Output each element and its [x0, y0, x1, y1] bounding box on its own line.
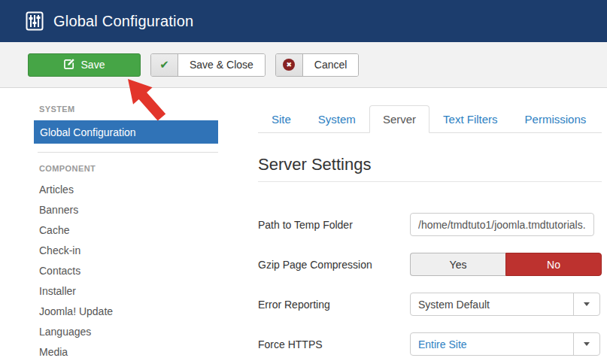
sidebar: SYSTEM Global Configuration COMPONENT Ar…	[0, 88, 248, 364]
form-row-path-to-temp-folder: Path to Temp Folder	[258, 213, 602, 236]
server-settings-form: Path to Temp Folder Gzip Page Compressio…	[258, 213, 602, 356]
tab-site[interactable]: Site	[258, 105, 305, 133]
form-row-error-reporting: Error Reporting System Default	[258, 293, 602, 316]
sidebar-item-installer[interactable]: Installer	[0, 281, 248, 302]
sidebar-item-articles[interactable]: Articles	[0, 180, 248, 200]
tab-permissions[interactable]: Permissions	[511, 105, 600, 133]
cancel-button[interactable]: ✖ Cancel	[275, 53, 360, 77]
main-panel: Site System Server Text Filters Permissi…	[248, 88, 607, 364]
temp-folder-input[interactable]	[410, 213, 594, 236]
toolbar: Save ✔ Save & Close ✖ Cancel	[0, 42, 607, 88]
sidebar-item-contacts[interactable]: Contacts	[0, 261, 248, 281]
chevron-down-icon[interactable]	[573, 293, 599, 315]
save-button[interactable]: Save	[28, 53, 141, 77]
field-label: Gzip Page Compression	[258, 259, 410, 271]
sidebar-item-media[interactable]: Media	[0, 342, 248, 362]
error-reporting-value: System Default	[411, 293, 573, 315]
sidebar-item-joomla-update[interactable]: Joomla! Update	[0, 302, 248, 322]
cancel-circle-icon: ✖	[276, 54, 303, 76]
tab-system[interactable]: System	[305, 105, 369, 133]
tab-bar: Site System Server Text Filters Permissi…	[258, 105, 602, 133]
sidebar-item-languages[interactable]: Languages	[0, 322, 248, 342]
edit-save-icon	[64, 58, 75, 71]
field-label: Error Reporting	[258, 299, 410, 311]
app-header: Global Configuration	[0, 0, 607, 42]
sidebar-heading-system: SYSTEM	[0, 105, 248, 114]
sidebar-item-cache[interactable]: Cache	[0, 220, 248, 241]
force-https-select[interactable]: Entire Site	[410, 332, 600, 356]
field-label: Path to Temp Folder	[258, 219, 410, 231]
section-title: Server Settings	[258, 155, 602, 182]
sliders-icon	[26, 11, 44, 32]
error-reporting-select[interactable]: System Default	[410, 293, 600, 316]
content-area: SYSTEM Global Configuration COMPONENT Ar…	[0, 88, 607, 364]
gzip-no-button[interactable]: No	[505, 253, 602, 276]
sidebar-item-banners[interactable]: Banners	[0, 200, 248, 220]
check-icon: ✔	[151, 54, 178, 76]
save-button-label: Save	[81, 59, 105, 71]
cancel-button-label: Cancel	[303, 54, 359, 76]
gzip-yes-button[interactable]: Yes	[410, 253, 505, 276]
chevron-down-icon[interactable]	[573, 333, 599, 355]
tab-server[interactable]: Server	[369, 105, 429, 133]
save-close-button[interactable]: ✔ Save & Close	[150, 53, 266, 77]
sidebar-heading-component: COMPONENT	[0, 164, 248, 173]
sidebar-divider	[38, 152, 218, 153]
sidebar-item-check-in[interactable]: Check-in	[0, 241, 248, 261]
sidebar-item-global-configuration[interactable]: Global Configuration	[34, 120, 218, 144]
save-close-button-label: Save & Close	[178, 54, 265, 76]
form-row-gzip-compression: Gzip Page Compression Yes No	[258, 253, 602, 276]
gzip-toggle: Yes No	[410, 253, 602, 276]
force-https-value: Entire Site	[411, 333, 573, 355]
form-row-force-https: Force HTTPS Entire Site	[258, 332, 602, 356]
field-label: Force HTTPS	[258, 338, 410, 350]
page-title: Global Configuration	[53, 13, 193, 30]
tab-text-filters[interactable]: Text Filters	[429, 105, 511, 133]
